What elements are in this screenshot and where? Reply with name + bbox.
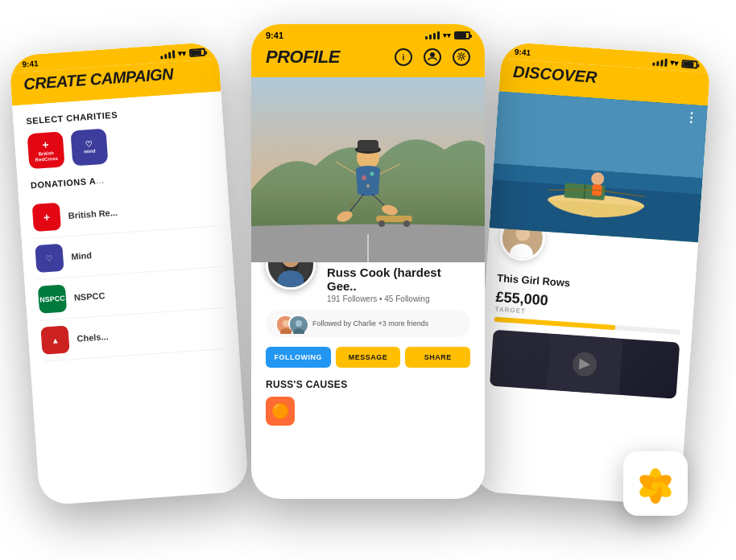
signal-icon-right xyxy=(652,57,668,66)
thumb-1[interactable]: ▶ xyxy=(490,330,680,399)
friends-row: Followed by Charlie +3 more friends xyxy=(266,310,470,337)
progress-fill xyxy=(494,317,616,331)
discover-profile-section: This Girl Rows £55,000 TARGET ▶ xyxy=(478,228,698,408)
cause-icon-1[interactable]: 🟠 xyxy=(266,397,295,426)
svg-rect-29 xyxy=(358,140,378,151)
charity-redcross[interactable]: + BritishRedCross xyxy=(27,131,65,169)
charity-mind[interactable]: ♡ mind xyxy=(70,129,108,167)
causes-icons: 🟠 xyxy=(266,397,470,426)
discover-profile-name: This Girl Rows xyxy=(497,272,571,289)
svg-point-32 xyxy=(366,184,370,187)
status-icons-right: ▾▾ xyxy=(652,57,698,69)
donation-icon-mind: ♡ xyxy=(35,244,64,273)
profile-username: Russ Cook (hardest Gee.. xyxy=(327,266,470,293)
donation-name-1: British Re... xyxy=(68,208,118,220)
discover-hero-image: ⋮ xyxy=(490,91,708,242)
battery-icon-center xyxy=(454,31,470,39)
friend-avatars xyxy=(275,315,306,332)
donation-name-2: Mind xyxy=(71,250,92,261)
svg-point-41 xyxy=(403,220,410,227)
svg-point-23 xyxy=(430,52,435,57)
profile-icon-button[interactable] xyxy=(424,48,441,66)
info-icon-button[interactable]: i xyxy=(395,48,412,66)
lotus-app-icon xyxy=(634,462,677,505)
profile-bottom-section: Russ Cook (hardest Gee.. 191 Followers •… xyxy=(251,240,485,437)
page-title-center: PROFILE xyxy=(266,47,340,68)
phone-create-campaign: 9:41 ▾▾ CREATE CAMPAIGN SELECT CHARITIES xyxy=(9,42,249,506)
donation-icon-nspcc: NSPCC xyxy=(38,285,67,314)
status-icons-center: ▾▾ xyxy=(425,31,470,39)
friends-followed-text: Followed by Charlie +3 more friends xyxy=(312,319,428,327)
battery-icon-left xyxy=(189,47,206,56)
wifi-icon-right: ▾▾ xyxy=(670,58,679,68)
donation-icon-chelsea: ▲ xyxy=(40,325,69,354)
phone-profile: 9:41 ▾▾ PROFILE i xyxy=(251,24,485,499)
status-bar-center: 9:41 ▾▾ xyxy=(251,24,485,43)
main-scene: 9:41 ▾▾ CREATE CAMPAIGN SELECT CHARITIES xyxy=(0,0,736,560)
status-icons-left: ▾▾ xyxy=(160,47,206,60)
share-button[interactable]: SHARE xyxy=(405,347,470,368)
svg-point-52 xyxy=(296,320,302,327)
svg-point-24 xyxy=(460,55,463,58)
donation-name-3: NSPCC xyxy=(73,290,105,303)
donation-icon-redcross: + xyxy=(32,203,61,232)
skater-scene-svg xyxy=(251,77,485,262)
gear-icon xyxy=(457,51,466,63)
time-center: 9:41 xyxy=(266,31,283,40)
app-icon-float xyxy=(623,451,688,516)
boat-scene-svg xyxy=(490,91,708,242)
person-icon xyxy=(428,51,437,63)
discover-profile-info: This Girl Rows £55,000 TARGET xyxy=(494,237,687,343)
svg-point-31 xyxy=(370,172,374,176)
following-button[interactable]: FOLLOWING xyxy=(266,347,331,368)
charity-row: + BritishRedCross ♡ mind xyxy=(27,121,213,169)
signal-icon-left xyxy=(160,50,176,59)
battery-icon-right xyxy=(681,60,698,68)
donation-name-4: Chels... xyxy=(76,331,109,344)
header-action-icons: i xyxy=(395,48,470,66)
discover-target-label: TARGET xyxy=(494,306,526,315)
wifi-icon-left: ▾▾ xyxy=(178,48,187,58)
signal-icon-center xyxy=(425,31,440,39)
profile-stats: 191 Followers • 45 Following xyxy=(327,294,470,303)
time-left: 9:41 xyxy=(22,59,39,68)
svg-point-22 xyxy=(651,482,660,490)
svg-point-30 xyxy=(362,175,366,180)
phone-discover: 9:41 ▾▾ DISCOVER xyxy=(471,42,711,506)
content-left: SELECT CHARITIES + BritishRedCross ♡ min… xyxy=(12,91,240,373)
header-center: PROFILE i xyxy=(251,43,485,77)
more-options-button[interactable]: ⋮ xyxy=(684,111,699,125)
causes-section-label: RUSS'S CAUSES xyxy=(266,379,470,390)
discover-thumbs: ▶ xyxy=(490,330,680,399)
wifi-icon-center: ▾▾ xyxy=(443,31,451,39)
time-right: 9:41 xyxy=(515,47,531,57)
profile-hero-image xyxy=(251,77,485,262)
svg-rect-0 xyxy=(494,91,708,178)
settings-icon-button[interactable] xyxy=(453,48,470,66)
friend-avatar-2 xyxy=(288,315,306,332)
svg-point-40 xyxy=(378,220,385,227)
action-buttons: FOLLOWING MESSAGE SHARE xyxy=(266,347,470,368)
message-button[interactable]: MESSAGE xyxy=(336,347,401,368)
svg-text:▶: ▶ xyxy=(579,355,591,372)
info-icon: i xyxy=(403,53,405,62)
